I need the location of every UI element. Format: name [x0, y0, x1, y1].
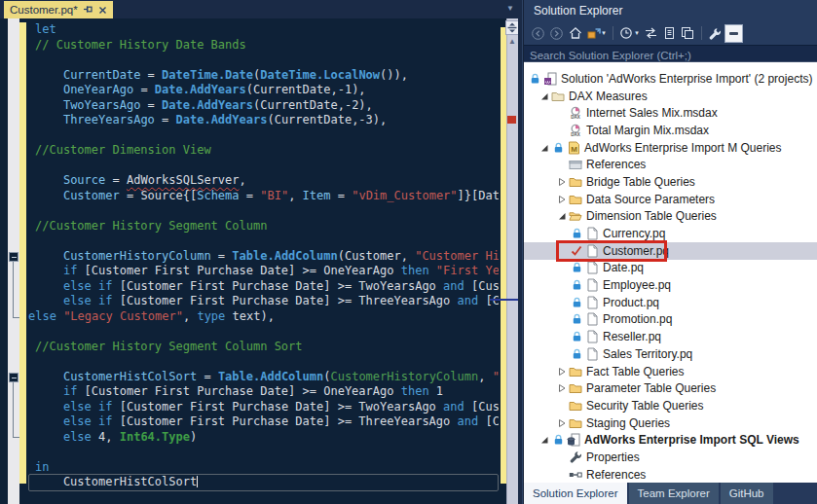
folder-icon [569, 365, 582, 378]
expander-open-icon[interactable] [538, 435, 551, 445]
code-line: TwoYearsAgo = Date.AddYears(CurrentDate,… [35, 98, 499, 114]
track-changes-bar [19, 22, 26, 484]
home-icon[interactable] [566, 24, 584, 43]
chevron-down-icon[interactable]: ▼ [601, 30, 607, 36]
expander-closed-icon[interactable] [555, 195, 569, 204]
chevron-down-icon[interactable]: ▼ [634, 30, 640, 36]
tree-item-label: Product.pq [603, 296, 659, 309]
code-editor[interactable]: let// Customer History Date Bands Curren… [0, 18, 522, 504]
split-window-handle[interactable] [505, 20, 519, 35]
back-icon [529, 24, 547, 43]
tree-item[interactable]: Reseller.pq [524, 328, 817, 345]
tree-item[interactable]: Staging Queries [524, 414, 817, 432]
pin-icon[interactable] [83, 1, 93, 18]
code-line: CurrentDate = DateTime.Date(DateTime.Loc… [35, 68, 499, 84]
collapse-region-icon[interactable] [9, 373, 19, 382]
code-line: CustomerHistoryColumn = Table.AddColumn(… [35, 249, 499, 265]
tree-item[interactable]: Properties [524, 449, 817, 466]
code-line [35, 128, 499, 144]
search-box [524, 45, 817, 62]
expander-closed-icon[interactable] [555, 367, 569, 377]
visual-studio-window: Customer.pq* ▼ let// Customer History Da… [0, 0, 817, 504]
lock-icon [570, 227, 583, 240]
tree-item[interactable]: Solution 'AdWorks Enterprise Import' (2 … [524, 70, 817, 88]
tree-item-label: References [586, 468, 646, 482]
tab-title: Customer.pq* [10, 4, 78, 16]
properties-icon[interactable] [706, 24, 724, 43]
tree-item-label: Reseller.pq [603, 330, 661, 343]
tree-item-label: Promotion.pq [603, 312, 672, 326]
show-all-files-icon[interactable] [660, 24, 679, 43]
tree-item-label: References [586, 158, 646, 171]
dax-icon: DAX [569, 124, 582, 137]
tree-item[interactable]: Fact Table Queries [524, 363, 817, 380]
tree-item[interactable]: Product.pq [524, 294, 817, 311]
code-line: ThreeYearsAgo = Date.AddYears(CurrentDat… [35, 113, 499, 128]
tree-item-label: Staging Queries [586, 416, 670, 430]
tree-item-label: Employee.pq [603, 278, 671, 292]
code-line: //Customer Dimension View [35, 143, 499, 159]
tree-item[interactable]: References [524, 156, 817, 173]
close-icon[interactable] [98, 1, 107, 18]
fold-guide-line [13, 382, 19, 438]
tree-item[interactable]: Bridge Table Queries [524, 173, 817, 191]
solution-explorer-toolbar: ▼▼ [524, 21, 817, 45]
file-icon [585, 296, 599, 309]
collapse-region-icon[interactable] [9, 252, 19, 262]
expander-open-icon[interactable] [538, 143, 551, 153]
tree-item[interactable]: DAXInternet Sales Mix.msdax [524, 104, 817, 122]
tree-item[interactable]: DAX Measures [524, 88, 817, 105]
tree-item-label: Parameter Table Queries [586, 381, 716, 395]
tree-item[interactable]: Dimension Table Queries [524, 208, 817, 226]
tree-item[interactable]: AdWorks Enterprise Import SQL Views [524, 431, 817, 449]
code-line: else if [Customer First Purchase Date] >… [35, 294, 499, 309]
tree-item[interactable]: Security Table Queries [524, 397, 817, 414]
preview-selected-items-icon[interactable] [724, 24, 743, 43]
tree-item[interactable]: Promotion.pq [524, 311, 817, 329]
code-line: else if [Customer First Purchase Date] >… [35, 414, 499, 430]
tree-item[interactable]: Sales Territory.pq [524, 345, 817, 363]
lock-icon [570, 347, 583, 361]
references2-icon [569, 468, 582, 482]
folder-icon [569, 175, 582, 189]
search-input[interactable] [524, 48, 817, 63]
folder-pale-icon [551, 90, 565, 103]
document-well-dropdown-icon[interactable]: ▼ [506, 5, 514, 13]
expander-open-icon[interactable] [555, 211, 569, 221]
document-tab-customer-pq[interactable]: Customer.pq* [4, 1, 113, 18]
tree-item[interactable]: DAXTotal Margin Mix.msdax [524, 122, 817, 139]
lock-icon [551, 433, 565, 447]
expander-closed-icon[interactable] [555, 383, 569, 393]
solution-icon [543, 72, 557, 86]
tool-window-tab-github[interactable]: GitHub [721, 483, 773, 504]
tree-item[interactable]: Date.pq [524, 260, 817, 277]
code-text-area[interactable]: let// Customer History Date Bands Curren… [27, 18, 499, 504]
expander-closed-icon[interactable] [555, 418, 569, 428]
solution-explorer-panel: Solution Explorer ▼▼ Solution 'AdWorks E… [523, 0, 817, 504]
solution-tree: Solution 'AdWorks Enterprise Import' (2 … [524, 62, 817, 484]
code-line [35, 354, 499, 370]
code-line [35, 234, 499, 249]
tree-item[interactable]: Parameter Table Queries [524, 379, 817, 397]
code-line: Customer = Source{[Schema = "BI", Item =… [35, 189, 499, 204]
tree-item-label: Bridge Table Queries [586, 175, 695, 189]
sql-project-icon [567, 433, 580, 447]
code-line [35, 159, 499, 174]
file-icon [585, 330, 599, 343]
expander-closed-icon[interactable] [555, 177, 569, 187]
lock-icon [570, 312, 583, 326]
vertical-scrollbar[interactable] [506, 18, 518, 504]
scrollbar-up-arrow-icon[interactable]: ▲ [507, 37, 517, 47]
tool-window-tab-solution-explorer[interactable]: Solution Explorer [524, 483, 627, 504]
tree-item[interactable]: Employee.pq [524, 276, 817, 294]
dax-icon: DAX [569, 106, 582, 120]
tree-item[interactable]: References [524, 466, 817, 484]
tool-window-tab-team-explorer[interactable]: Team Explorer [629, 483, 719, 504]
file-icon [585, 312, 599, 326]
expander-open-icon[interactable] [538, 91, 551, 101]
collapse-all-icon[interactable] [679, 24, 697, 43]
tree-item[interactable]: Data Source Parameters [524, 191, 817, 208]
sync-with-active-document-icon[interactable] [642, 24, 660, 43]
forward-icon [547, 24, 566, 43]
tree-item[interactable]: MAdWorks Enterprise Import M Queries [524, 139, 817, 157]
